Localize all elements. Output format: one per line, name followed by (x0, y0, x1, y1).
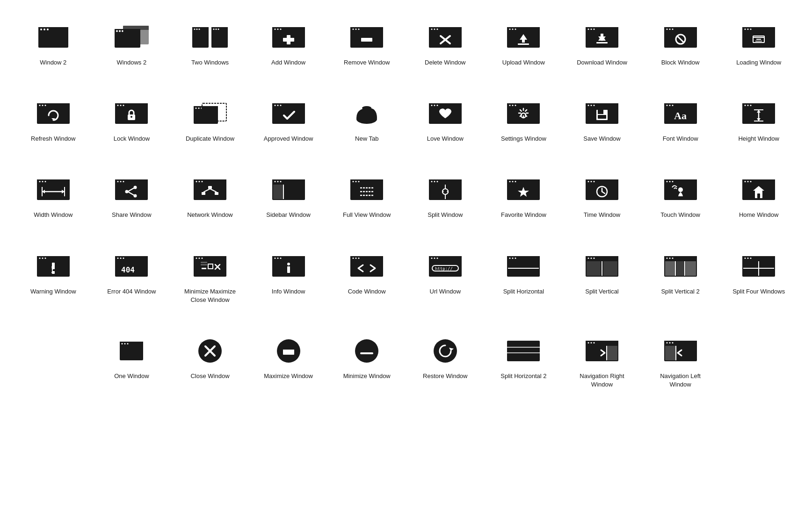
minimize-window-label: Minimize Window (343, 372, 391, 380)
svg-point-209 (436, 181, 438, 182)
icon-item-error404-window: 404 Error 404 Window (93, 243, 171, 314)
settings-window-icon (502, 97, 544, 130)
svg-point-174 (125, 190, 129, 193)
row-divider-2 (14, 234, 798, 238)
svg-point-287 (358, 258, 360, 259)
icon-item-lock-window: Lock Window (93, 90, 171, 152)
svg-point-299 (509, 258, 511, 259)
svg-point-315 (669, 258, 670, 259)
svg-point-52 (512, 29, 514, 30)
svg-point-192 (280, 181, 281, 182)
icon-item-refresh-window: Refresh Window (14, 90, 93, 152)
split-window-label: Split Window (428, 211, 463, 219)
icon-item-download-window: Download Window (563, 14, 641, 76)
svg-rect-19 (193, 32, 208, 47)
svg-rect-137 (598, 110, 603, 114)
favorite-window-label: Favorite Window (501, 211, 546, 219)
icon-item-network-window: Network Window (171, 166, 249, 229)
svg-rect-5 (39, 33, 67, 47)
warning-window-label: Warning Window (30, 287, 76, 296)
block-window-label: Block Window (661, 58, 700, 67)
svg-point-265 (196, 258, 197, 259)
svg-rect-57 (518, 43, 529, 45)
svg-point-259 (120, 258, 122, 259)
split-horizontal-icon (502, 250, 544, 283)
svg-text:Aa: Aa (674, 110, 687, 122)
svg-point-225 (590, 181, 592, 182)
icon-item-sidebar-window: Sidebar Window (249, 166, 328, 229)
svg-rect-255 (52, 271, 55, 274)
svg-point-142 (669, 105, 670, 106)
icon-item-fullview-window: Full View Window (327, 166, 406, 229)
svg-point-198 (353, 181, 354, 182)
time-window-label: Time Window (584, 211, 620, 219)
svg-point-171 (120, 181, 122, 182)
icon-item-maximize-window: Maximize Window (249, 328, 328, 398)
code-window-icon (346, 250, 388, 283)
svg-rect-310 (603, 261, 617, 276)
share-window-icon (110, 173, 152, 206)
height-window-icon (738, 97, 780, 130)
svg-point-300 (512, 258, 514, 259)
svg-point-278 (277, 258, 278, 259)
url-window-icon: http:// (424, 250, 466, 283)
icon-item-windows-2: Windows 2 (93, 14, 171, 76)
svg-point-301 (515, 258, 516, 259)
icon-item-split-horizontal-2: Split Horizontal 2 (485, 328, 563, 398)
svg-point-266 (198, 258, 200, 259)
svg-point-250 (42, 258, 43, 259)
width-window-icon (32, 173, 74, 206)
svg-rect-282 (287, 266, 290, 273)
maximize-window-icon (268, 335, 310, 367)
svg-rect-67 (596, 42, 608, 43)
share-window-label: Share Window (112, 211, 152, 219)
upload-window-label: Upload Window (502, 58, 545, 67)
icon-item-height-window: Height Window (719, 90, 798, 152)
icon-item-url-window: http:// Url Window (406, 243, 485, 314)
svg-rect-319 (686, 261, 696, 276)
svg-rect-273 (201, 262, 207, 263)
svg-point-333 (124, 343, 126, 344)
network-window-icon (189, 173, 231, 206)
svg-point-356 (593, 342, 594, 343)
refresh-window-label: Refresh Window (31, 135, 75, 143)
svg-point-176 (134, 194, 137, 198)
svg-point-110 (274, 105, 276, 106)
download-window-icon (581, 21, 623, 54)
icon-item-nav-left-window: Navigation Left Window (641, 328, 720, 398)
sidebar-window-label: Sidebar Window (266, 211, 311, 219)
svg-point-127 (515, 105, 516, 106)
svg-point-88 (39, 105, 40, 106)
svg-text:404: 404 (121, 265, 135, 274)
svg-point-159 (39, 181, 40, 182)
svg-point-364 (672, 342, 673, 343)
svg-point-160 (42, 181, 43, 182)
svg-point-355 (590, 342, 592, 343)
width-window-label: Width Window (34, 211, 72, 219)
svg-point-9 (119, 30, 121, 32)
svg-point-172 (123, 181, 124, 182)
icon-item-minimize-maximize-close: Minimize Maximize Close Window (171, 243, 249, 314)
icon-item-delete-window: Delete Window (406, 14, 485, 76)
svg-point-119 (431, 105, 432, 106)
svg-point-260 (123, 258, 124, 259)
svg-point-111 (277, 105, 278, 106)
svg-point-325 (747, 258, 749, 259)
svg-point-235 (672, 181, 673, 182)
icon-item-upload-window: Upload Window (485, 14, 563, 76)
svg-point-78 (745, 29, 746, 30)
svg-point-45 (436, 29, 438, 30)
close-window-label: Close Window (190, 372, 229, 380)
svg-text:http://: http:// (435, 266, 453, 271)
love-window-icon (424, 97, 466, 130)
svg-point-324 (745, 258, 746, 259)
icon-item-settings-window: Settings Window (485, 90, 563, 152)
icon-item-two-windows: Two Windows (171, 14, 249, 76)
svg-point-16 (194, 29, 195, 30)
duplicate-window-label: Duplicate Window (186, 135, 234, 143)
svg-rect-246 (757, 193, 760, 198)
love-window-label: Love Window (427, 135, 464, 143)
svg-rect-185 (215, 192, 218, 195)
icon-item-split-four: Split Four Windows (719, 243, 798, 314)
svg-rect-194 (273, 185, 283, 199)
